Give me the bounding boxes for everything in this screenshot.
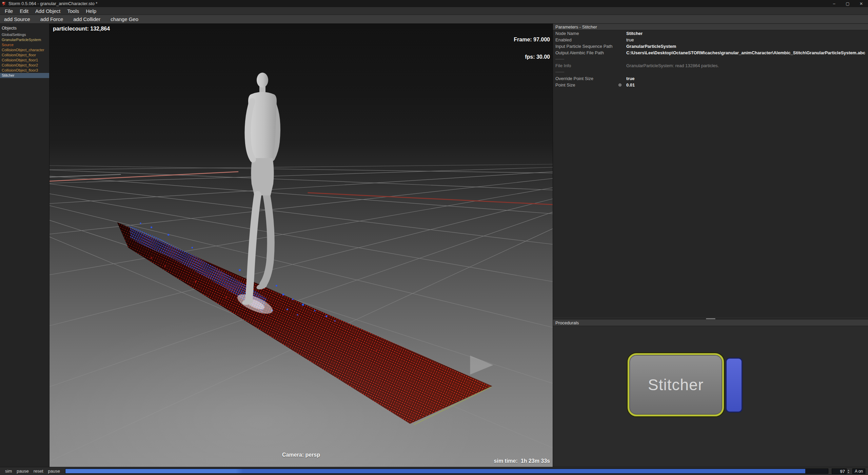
camera-readout: Camera: persp — [282, 452, 320, 458]
param-label: Node Name — [555, 31, 579, 36]
parameters-panel: Parameters - Stitcher Node Name Stitcher… — [553, 24, 868, 318]
a-on-toggle[interactable]: A on — [852, 469, 865, 474]
spinner-up-icon[interactable]: ▲ — [847, 469, 850, 471]
node-name-field[interactable]: Stitcher — [626, 31, 643, 36]
stitcher-node-label: Stitcher — [648, 376, 704, 394]
point-size-field[interactable]: 0.01 — [626, 82, 635, 88]
frame-number-input[interactable]: 97 — [832, 469, 847, 474]
object-item-stitcher[interactable]: Stitcher — [0, 73, 49, 78]
fps-readout: fps: 30.00 — [514, 54, 550, 60]
output-alembic-file-path-field[interactable]: C:\Users\Lee\Desktop\OctaneSTORM\caches\… — [626, 50, 865, 55]
timeline-progress-fill — [65, 469, 805, 473]
pause-button-2[interactable]: pause — [46, 469, 62, 474]
object-item-collision-floor3[interactable]: CollisionObject_floor3 — [0, 68, 49, 73]
override-point-size-field[interactable]: true — [626, 76, 635, 81]
minimize-button[interactable]: – — [827, 0, 841, 7]
param-row-enabled: Enabled true — [553, 37, 868, 43]
param-label: Output Alembic File Path — [555, 50, 604, 55]
frame-readout: Frame: 97.000 — [514, 37, 550, 42]
menubar: File Edit Add Object Tools Help — [0, 7, 868, 15]
param-row-point-size: Point Size 0.01 — [553, 82, 868, 88]
param-row-file-info: File Info GranularParticleSystem: read 1… — [553, 62, 868, 69]
menu-tools[interactable]: Tools — [64, 8, 82, 14]
particle-count-readout: particlecount: 132,864 — [53, 26, 110, 32]
object-item-collision-floor[interactable]: CollisionObject_floor — [0, 53, 49, 58]
frame-spinner: ▲ ▼ — [847, 469, 850, 474]
param-row-input-path: Input Particle Sequence Path GranularPar… — [553, 43, 868, 50]
blue-node[interactable] — [726, 358, 743, 413]
object-item-source[interactable]: Source — [0, 42, 49, 48]
enabled-field[interactable]: true — [626, 37, 634, 42]
menu-file[interactable]: File — [1, 8, 16, 14]
viewport-3d[interactable]: particlecount: 132,864 Frame: 97.000 fps… — [50, 24, 553, 467]
param-label: Point Size — [555, 82, 575, 88]
frame-fps-readout: Frame: 97.000 fps: 30.00 — [514, 25, 550, 71]
splitter-handle-icon[interactable] — [706, 318, 715, 319]
right-panel: Parameters - Stitcher Node Name Stitcher… — [553, 24, 868, 467]
sim-time-readout: sim time: 1h 23m 33s — [494, 458, 550, 464]
viewport-scene — [50, 24, 553, 467]
pause-button[interactable]: pause — [14, 469, 31, 474]
manipulator-arrow[interactable] — [470, 356, 493, 375]
objects-panel-title: Objects — [0, 25, 49, 32]
window-title: Storm 0.5.064 - granular_animCharacter.s… — [8, 1, 97, 6]
point-size-slider-knob[interactable] — [618, 83, 622, 87]
param-row-node-name: Node Name Stitcher — [553, 30, 868, 37]
param-separator — [553, 69, 868, 75]
main-area: Objects GlobalSettings GranularParticleS… — [0, 24, 868, 467]
object-item-collision-character[interactable]: CollisionObject_character — [0, 48, 49, 53]
sim-button[interactable]: sim — [3, 469, 14, 474]
add-source-button[interactable]: add Source — [4, 16, 30, 22]
objects-panel: Objects GlobalSettings GranularParticleS… — [0, 24, 50, 467]
param-label: Override Point Size — [555, 76, 593, 81]
object-item-collision-floor1[interactable]: CollisionObject_floor1 — [0, 58, 49, 63]
app-window: Storm 0.5.064 - granular_animCharacter.s… — [0, 0, 868, 475]
menu-add-object[interactable]: Add Object — [32, 8, 64, 14]
window-controls: – ▢ ✕ — [827, 0, 868, 7]
procedurals-panel: Procedurals Stitcher — [553, 320, 868, 467]
menu-help[interactable]: Help — [82, 8, 100, 14]
toolbar: add Source add Force add Collider change… — [0, 15, 868, 24]
param-row-output-path: Output Alembic File Path C:\Users\Lee\De… — [553, 50, 868, 56]
add-collider-button[interactable]: add Collider — [73, 16, 100, 22]
titlebar: Storm 0.5.064 - granular_animCharacter.s… — [0, 0, 868, 7]
file-info-readout: GranularParticleSystem: read 132864 part… — [626, 63, 719, 68]
maximize-button[interactable]: ▢ — [841, 0, 854, 7]
param-label: Input Particle Sequence Path — [555, 44, 612, 49]
node-graph-canvas[interactable]: Stitcher — [553, 326, 868, 467]
param-label: File Info — [555, 63, 571, 68]
menu-edit[interactable]: Edit — [16, 8, 32, 14]
object-item-granularparticlesystem[interactable]: GranularParticleSystem — [0, 37, 49, 42]
param-label: Enabled — [555, 37, 572, 42]
reset-button[interactable]: reset — [31, 469, 46, 474]
timeline-scrubber[interactable] — [65, 469, 828, 474]
object-item-collision-floor2[interactable]: CollisionObject_floor2 — [0, 63, 49, 68]
procedurals-panel-header: Procedurals — [553, 320, 868, 326]
app-icon — [2, 1, 6, 6]
spinner-down-icon[interactable]: ▼ — [847, 471, 850, 474]
parameters-panel-header: Parameters - Stitcher — [553, 24, 868, 30]
input-particle-sequence-path-field[interactable]: GranularParticleSystem — [626, 44, 676, 49]
param-row-override-point-size: Override Point Size true — [553, 75, 868, 82]
change-geo-button[interactable]: change Geo — [111, 16, 138, 22]
status-bar: sim pause reset pause 97 ▲ ▼ A on — [0, 467, 868, 475]
stitcher-node[interactable]: Stitcher — [628, 353, 724, 416]
close-button[interactable]: ✕ — [854, 0, 868, 7]
object-item-globalsettings[interactable]: GlobalSettings — [0, 32, 49, 37]
add-force-button[interactable]: add Force — [40, 16, 63, 22]
param-separator — [553, 56, 868, 62]
